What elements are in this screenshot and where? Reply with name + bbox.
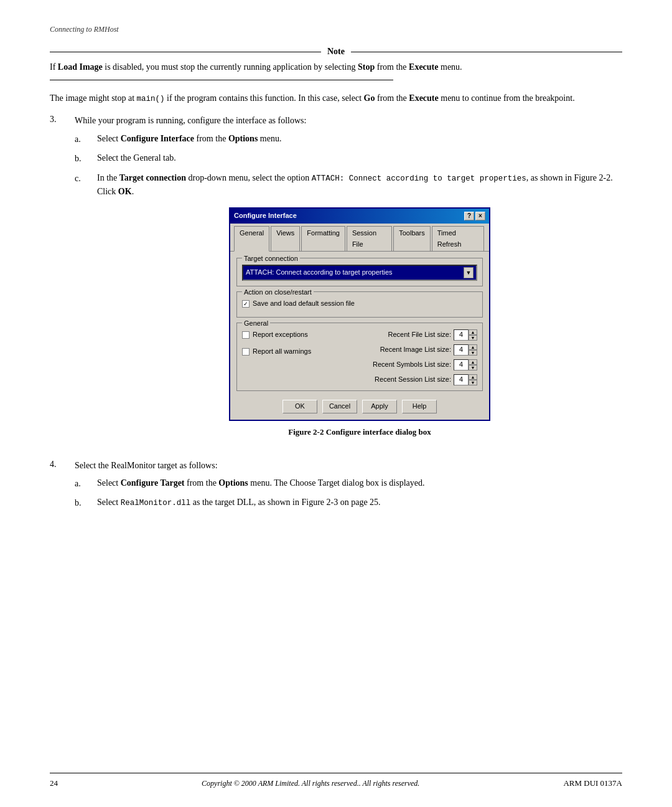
cancel-button[interactable]: Cancel bbox=[322, 400, 357, 413]
save-session-label: Save and load default session file bbox=[253, 298, 355, 309]
figure-caption: Figure 2-2 Configure interface dialog bo… bbox=[97, 426, 622, 439]
recent-symbols-list-label: Recent Symbols List size: bbox=[373, 359, 451, 370]
spinbox-down-btn[interactable]: ▼ bbox=[469, 335, 477, 341]
dialog-container: Configure Interface ? × General bbox=[97, 207, 622, 420]
alpha-content: Select RealMonitor.dll as the target DLL… bbox=[97, 496, 622, 509]
alpha-item-a2: a. Select Configure Target from the Opti… bbox=[75, 476, 622, 491]
report-warnings-checkbox[interactable] bbox=[242, 348, 250, 356]
item-text: While your program is running, configure… bbox=[75, 116, 306, 125]
apply-button[interactable]: Apply bbox=[362, 400, 397, 413]
note-box: Note If Load Image is disabled, you must… bbox=[50, 47, 622, 80]
target-connection-label: Target connection bbox=[242, 253, 300, 265]
note-text: If Load Image is disabled, you must stop… bbox=[50, 60, 622, 73]
target-connection-group: Target connection ATTACH: Connect accord… bbox=[236, 258, 483, 286]
spinbox-buttons: ▲ ▼ bbox=[469, 329, 477, 341]
alpha-item-b2: b. Select RealMonitor.dll as the target … bbox=[75, 496, 622, 510]
report-warnings-label: Report all warnings bbox=[253, 346, 311, 357]
report-exceptions-row: Report exceptions bbox=[242, 329, 358, 341]
dialog-close-button[interactable]: × bbox=[475, 212, 485, 220]
recent-symbols-list-spinbox[interactable]: 4 ▲ ▼ bbox=[454, 359, 477, 370]
general-right-col: Recent File List size: 4 ▲ ▼ bbox=[361, 329, 477, 385]
configure-interface-dialog: Configure Interface ? × General bbox=[229, 207, 490, 420]
dialog-help-button[interactable]: ? bbox=[464, 212, 474, 220]
tab-views[interactable]: Views bbox=[271, 226, 300, 251]
recent-symbols-list-row: Recent Symbols List size: 4 ▲ ▼ bbox=[361, 359, 477, 370]
general-group-label: General bbox=[242, 318, 270, 329]
action-on-close-group: Action on close/restart Save and load de… bbox=[236, 291, 483, 318]
footer: 24 Copyright © 2000 ARM Limited. All rig… bbox=[50, 773, 622, 788]
general-grid: Report exceptions Report all warnings bbox=[242, 329, 477, 385]
target-connection-content: ATTACH: Connect according to target prop… bbox=[242, 265, 477, 281]
tab-timed-refresh[interactable]: Timed Refresh bbox=[432, 226, 484, 251]
dropdown-arrow-icon[interactable]: ▼ bbox=[464, 267, 474, 278]
item-content: While your program is running, configure… bbox=[75, 114, 622, 452]
action-on-close-label: Action on close/restart bbox=[242, 287, 314, 298]
dialog-titlebar-buttons: ? × bbox=[464, 212, 485, 220]
general-group: General Report exceptions bbox=[236, 323, 483, 391]
tab-general[interactable]: General bbox=[234, 226, 269, 252]
recent-file-list-label: Recent File List size: bbox=[388, 329, 451, 341]
alpha-letter: a. bbox=[75, 476, 97, 491]
note-rule-top: Note bbox=[50, 47, 622, 57]
target-connection-value: ATTACH: Connect according to target prop… bbox=[246, 267, 393, 278]
tab-formatting[interactable]: Formatting bbox=[301, 226, 345, 251]
recent-session-list-label: Recent Session List size: bbox=[375, 374, 451, 385]
alpha-content: Select Configure Interface from the Opti… bbox=[97, 132, 622, 146]
alpha-letter: a. bbox=[75, 132, 97, 146]
list-item: 4. Select the RealMonitor target as foll… bbox=[50, 459, 622, 516]
spinbox-down-btn[interactable]: ▼ bbox=[469, 350, 477, 356]
item-number: 4. bbox=[50, 459, 75, 470]
help-button[interactable]: Help bbox=[402, 400, 437, 413]
recent-session-list-row: Recent Session List size: 4 ▲ ▼ bbox=[361, 374, 477, 385]
recent-image-list-row: Recent Image List size: 4 ▲ ▼ bbox=[361, 344, 477, 356]
dialog-content: Target connection ATTACH: Connect accord… bbox=[230, 252, 489, 420]
save-session-row: Save and load default session file bbox=[242, 298, 477, 309]
spinbox-buttons: ▲ ▼ bbox=[469, 374, 477, 385]
recent-session-list-spinbox[interactable]: 4 ▲ ▼ bbox=[454, 374, 477, 385]
tab-toolbars[interactable]: Toolbars bbox=[393, 226, 431, 251]
spinbox-buttons: ▲ ▼ bbox=[469, 344, 477, 356]
alpha-letter: c. bbox=[75, 171, 97, 186]
spinbox-down-btn[interactable]: ▼ bbox=[469, 380, 477, 385]
target-connection-select[interactable]: ATTACH: Connect according to target prop… bbox=[242, 265, 477, 281]
dialog-title: Configure Interface bbox=[234, 210, 297, 222]
recent-session-list-value: 4 bbox=[454, 374, 469, 385]
general-group-content: Report exceptions Report all warnings bbox=[242, 329, 477, 385]
save-session-checkbox[interactable] bbox=[242, 300, 250, 308]
alpha-content: Select the General tab. bbox=[97, 151, 622, 165]
note-rule-line-left bbox=[50, 52, 321, 52]
dialog-buttons: OK Cancel Apply Help bbox=[236, 396, 483, 416]
alpha-item-a: a. Select Configure Interface from the O… bbox=[75, 132, 622, 146]
note-rule-bottom bbox=[50, 80, 393, 80]
spinbox-down-btn[interactable]: ▼ bbox=[469, 365, 477, 370]
alpha-content: In the Target connection drop-down menu,… bbox=[97, 171, 622, 448]
spinbox-buttons: ▲ ▼ bbox=[469, 359, 477, 370]
recent-image-list-spinbox[interactable]: 4 ▲ ▼ bbox=[454, 344, 477, 356]
recent-image-list-value: 4 bbox=[454, 344, 469, 356]
page-number: 24 bbox=[50, 778, 58, 788]
ok-button[interactable]: OK bbox=[282, 400, 317, 413]
header-label: Connecting to RMHost bbox=[50, 25, 622, 34]
alpha-letter: b. bbox=[75, 496, 97, 510]
alpha-content: Select Configure Target from the Options… bbox=[97, 476, 622, 490]
recent-file-list-row: Recent File List size: 4 ▲ ▼ bbox=[361, 329, 477, 341]
recent-file-list-spinbox[interactable]: 4 ▲ ▼ bbox=[454, 329, 477, 341]
recent-image-list-label: Recent Image List size: bbox=[380, 344, 451, 356]
general-left-col: Report exceptions Report all warnings bbox=[242, 329, 358, 385]
item-content: Select the RealMonitor target as follows… bbox=[75, 459, 622, 516]
body-paragraph: The image might stop at main() if the pr… bbox=[50, 92, 622, 105]
report-exceptions-label: Report exceptions bbox=[253, 329, 308, 341]
alpha-item-c: c. In the Target connection drop-down me… bbox=[75, 171, 622, 448]
alpha-list: a. Select Configure Target from the Opti… bbox=[75, 476, 622, 511]
report-exceptions-checkbox[interactable] bbox=[242, 331, 250, 339]
doc-id: ARM DUI 0137A bbox=[563, 778, 622, 788]
tab-session-file[interactable]: Session File bbox=[347, 226, 392, 251]
item-number: 3. bbox=[50, 114, 75, 125]
alpha-letter: b. bbox=[75, 151, 97, 166]
note-label: Note bbox=[327, 47, 345, 57]
dialog-titlebar: Configure Interface ? × bbox=[230, 209, 489, 224]
dialog-tabs: General Views Formatting Session File To… bbox=[230, 224, 489, 252]
report-warnings-row: Report all warnings bbox=[242, 346, 358, 357]
note-rule-line-right bbox=[351, 52, 622, 52]
alpha-list: a. Select Configure Interface from the O… bbox=[75, 132, 622, 448]
